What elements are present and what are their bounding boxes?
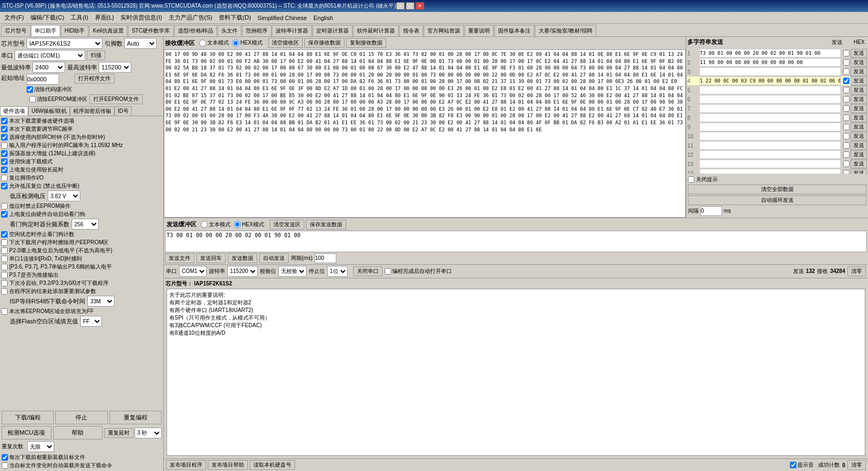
send-file-button[interactable]: 发送文件 <box>165 253 194 263</box>
send-char-input-2[interactable] <box>699 58 841 67</box>
send-char-btn-3[interactable]: 发送 <box>851 67 867 76</box>
download-button[interactable]: 下载/编程 <box>2 411 54 424</box>
min-baud-select[interactable]: 2400 <box>33 62 65 73</box>
re-delay-select[interactable]: 3 秒 <box>135 428 162 438</box>
pin-count-select[interactable]: Auto <box>124 38 157 49</box>
tab-firmware[interactable]: 固件版本备注 <box>494 25 534 36</box>
send-char-input-11[interactable] <box>699 141 841 150</box>
publish-help-button[interactable]: 发布项目帮助 <box>208 460 248 470</box>
send-char-hex-11[interactable] <box>843 142 850 149</box>
tab-examples[interactable]: 范例程序 <box>242 25 271 36</box>
option-cb-10[interactable] <box>1 203 8 209</box>
tab-instr[interactable]: 指令表 <box>399 25 423 36</box>
send-char-btn-6[interactable]: 发送 <box>851 95 867 104</box>
left-tab-encrypt[interactable]: 程序加密后传输 <box>70 106 114 116</box>
option-cb-8[interactable] <box>1 175 8 181</box>
isp-time-select[interactable]: 33M <box>87 296 114 307</box>
auto-send-cb[interactable] <box>2 462 8 469</box>
menu-simplified[interactable]: Simplified Chinese <box>254 14 310 22</box>
send-char-btn-7[interactable]: 发送 <box>851 104 867 113</box>
send-char-hex-12[interactable] <box>843 151 850 158</box>
tab-hid[interactable]: HID助手 <box>61 25 88 36</box>
send-char-btn-13[interactable]: 发送 <box>851 160 867 168</box>
minimize-button[interactable]: ─ <box>396 2 405 10</box>
publish-prog-button[interactable]: 发布项目程序 <box>166 460 206 470</box>
stop-bit-select[interactable]: 1位 <box>327 266 348 277</box>
send-char-input-1[interactable] <box>699 49 841 58</box>
send-char-btn-1[interactable]: 发送 <box>851 49 867 58</box>
auto-load-cb[interactable] <box>2 454 8 461</box>
start-addr-input[interactable] <box>27 74 59 85</box>
clear-code-cb[interactable] <box>27 86 33 93</box>
option-cb-19[interactable] <box>1 288 8 295</box>
tab-delay[interactable]: 软件延时计算器 <box>353 25 399 36</box>
send-char-btn-11[interactable]: 发送 <box>851 141 867 150</box>
tab-header[interactable]: 头文件 <box>218 25 241 36</box>
tab-select[interactable]: 选型/价格/样品 <box>174 25 218 36</box>
recv-hex-radio[interactable] <box>232 40 239 47</box>
resend-button[interactable]: 发送回车 <box>196 253 226 263</box>
send-char-hex-7[interactable] <box>843 105 850 112</box>
send-char-btn-12[interactable]: 发送 <box>851 150 867 159</box>
tab-math[interactable]: STC硬件数学库 <box>128 25 174 36</box>
tab-website[interactable]: 官方网站资源 <box>424 25 464 36</box>
recv-text-radio[interactable] <box>199 40 206 47</box>
send-char-hex-1[interactable] <box>843 50 850 56</box>
option-cb-4[interactable] <box>1 142 8 149</box>
send-char-btn-4[interactable]: 发送 <box>851 77 867 85</box>
send-char-hex-13[interactable] <box>843 161 850 167</box>
auto-send-button[interactable]: 自动发送 <box>259 253 289 263</box>
clear-recv-button[interactable]: 清空接收区 <box>268 38 303 48</box>
send-char-hex-10[interactable] <box>843 133 850 139</box>
menu-supply[interactable]: 实时供货信息(I) <box>117 12 165 23</box>
baud-rate-select[interactable]: 115200 <box>227 266 258 277</box>
option-cb-6[interactable] <box>1 158 8 165</box>
auto-loop-button[interactable]: 自动循环发送 <box>688 195 866 205</box>
auto-open-cb[interactable] <box>385 268 391 275</box>
tab-notes[interactable]: 重要说明 <box>464 25 494 36</box>
left-tab-hardware[interactable]: 硬件选项 <box>0 106 28 116</box>
option-cb-14[interactable] <box>1 247 8 254</box>
option-cb-5[interactable] <box>1 150 8 157</box>
detect-button[interactable]: 检测MCU选项 <box>2 426 52 440</box>
scan-button[interactable]: 扫描 <box>87 50 105 60</box>
send-char-btn-9[interactable]: 发送 <box>851 123 867 131</box>
re-count-select[interactable]: 无限 <box>27 441 54 452</box>
option-cb-1[interactable] <box>1 118 8 124</box>
send-char-hex-3[interactable] <box>843 68 850 75</box>
send-char-btn-2[interactable]: 发送 <box>851 58 867 67</box>
option-cb-13[interactable] <box>1 239 8 246</box>
send-char-input-12[interactable] <box>699 150 841 159</box>
tab-timer[interactable]: 定时器计算器 <box>312 25 353 36</box>
option-cb-11[interactable] <box>1 211 8 218</box>
status-clear-button[interactable]: 清零 <box>847 460 866 470</box>
send-char-btn-10[interactable]: 发送 <box>851 132 867 141</box>
serial-port-select[interactable]: COM1 <box>179 266 207 277</box>
send-text-radio[interactable] <box>201 221 208 228</box>
open-close-port-button[interactable]: 关闭串口 <box>353 266 382 276</box>
clear-eeprom-cb[interactable] <box>29 96 36 103</box>
send-char-btn-8[interactable]: 发送 <box>851 113 867 122</box>
send-char-hex-9[interactable] <box>843 124 850 130</box>
copy-recv-button[interactable]: 复制接收数据 <box>346 38 386 48</box>
option-cb-12[interactable] <box>1 231 8 238</box>
clear-all-button[interactable]: 清空全部数据 <box>688 184 866 194</box>
tips-sound-cb[interactable] <box>790 462 796 468</box>
watchdog-select[interactable]: 256 <box>72 219 99 230</box>
save-send-button[interactable]: 保存发送数据 <box>306 220 346 230</box>
left-tab-id[interactable]: ID号 <box>114 106 132 116</box>
send-char-hex-6[interactable] <box>843 96 850 103</box>
left-tab-u8w[interactable]: U8W操板/联机 <box>28 106 70 116</box>
tab-baud[interactable]: 波特率计算器 <box>272 25 312 36</box>
send-char-hex-8[interactable] <box>843 114 850 121</box>
send-char-input-13[interactable] <box>699 160 841 168</box>
send-char-input-7[interactable] <box>699 104 841 113</box>
option-cb-2[interactable] <box>1 126 8 132</box>
open-prog-button[interactable]: 打开程序文件 <box>74 74 114 84</box>
reprogram-button[interactable]: 重复编程 <box>110 411 162 424</box>
menu-download[interactable]: 资料下载(D) <box>215 12 254 23</box>
stop-button[interactable]: 停止 <box>55 411 107 424</box>
menu-tools[interactable]: 工具(I) <box>67 12 91 23</box>
max-baud-select[interactable]: 115200 <box>99 62 131 73</box>
re-delay-button[interactable]: 重复延时 <box>104 428 133 438</box>
